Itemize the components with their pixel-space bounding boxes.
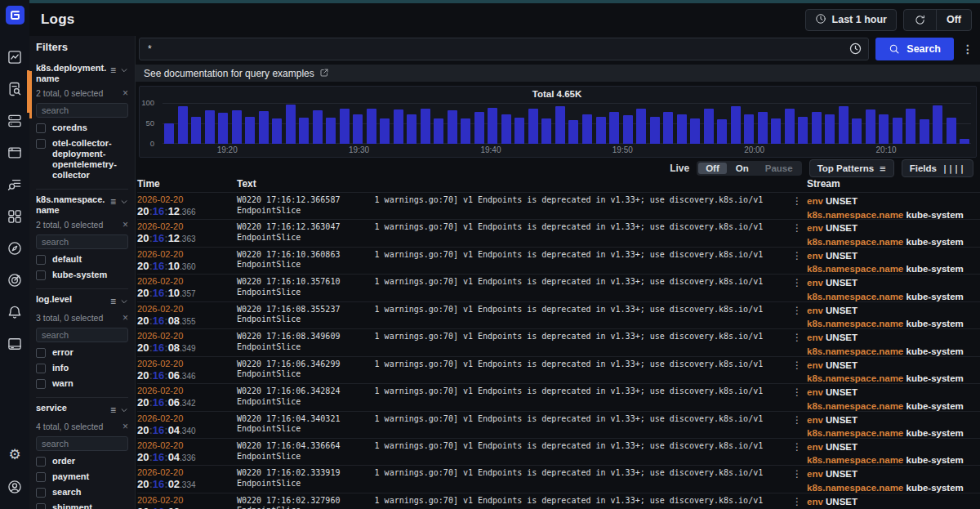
filter-option-label: order <box>52 456 75 467</box>
filter-search-input[interactable] <box>36 436 128 451</box>
chevron-down-icon[interactable] <box>120 403 128 417</box>
checkbox[interactable] <box>36 348 46 358</box>
filter-option[interactable]: info <box>36 363 128 373</box>
target-icon[interactable] <box>0 264 29 296</box>
filter-option[interactable]: otel-collector-deployment-opentelemetry-… <box>36 138 128 181</box>
row-menu-icon[interactable]: ⋮ <box>787 493 807 509</box>
search-button[interactable]: Search <box>875 38 954 60</box>
filter-option[interactable]: error <box>36 347 128 358</box>
checkbox[interactable] <box>36 270 46 280</box>
filter-menu-icon[interactable]: ≡ <box>110 297 116 306</box>
checkbox[interactable] <box>36 472 46 482</box>
log-row[interactable]: 2026-02-20 20:16:06.346 W0220 17:16:06.3… <box>137 356 980 383</box>
log-row[interactable]: 2026-02-20 20:16:10.360 W0220 17:16:10.3… <box>137 247 980 274</box>
streams-icon[interactable] <box>0 105 29 136</box>
histogram-bar <box>650 117 660 144</box>
apps-grid-icon[interactable] <box>0 200 29 232</box>
filter-menu-icon[interactable]: ≡ <box>110 406 116 414</box>
histogram-bar <box>906 109 915 144</box>
bell-icon[interactable] <box>0 296 29 328</box>
docs-link[interactable]: See documentation for query examples <box>144 68 314 79</box>
row-menu-icon[interactable]: ⋮ <box>787 193 807 219</box>
log-row[interactable]: 2026-02-20 20:16:08.355 W0220 17:16:08.3… <box>137 301 980 328</box>
checkbox[interactable] <box>36 364 46 373</box>
query-history-icon[interactable] <box>849 42 862 59</box>
stream-key: env <box>807 497 823 507</box>
row-menu-icon[interactable]: ⋮ <box>787 220 807 246</box>
checkbox[interactable] <box>36 139 46 149</box>
clear-filter-icon[interactable]: × <box>122 219 128 230</box>
histogram-bar <box>636 109 646 145</box>
checkbox[interactable] <box>36 379 46 389</box>
filter-option[interactable]: order <box>36 456 128 467</box>
row-menu-icon[interactable]: ⋮ <box>787 275 807 301</box>
app-logo[interactable] <box>6 6 24 25</box>
log-row[interactable]: 2026-02-20 20:16:12.366 W0220 17:16:12.3… <box>137 192 980 219</box>
histogram-bar <box>771 118 781 144</box>
filter-search-input[interactable] <box>36 328 128 342</box>
filter-option[interactable]: default <box>36 254 128 265</box>
filter-search-input[interactable] <box>36 103 128 118</box>
stream-value: UNSET <box>826 306 858 315</box>
more-options-icon[interactable]: ⋮ <box>960 42 975 56</box>
query-input[interactable] <box>139 38 869 60</box>
fields-button[interactable]: Fields |||| <box>902 159 973 177</box>
y-axis-tick: 0 <box>150 139 154 148</box>
checkbox[interactable] <box>36 457 46 467</box>
filter-option[interactable]: coredns <box>36 123 128 133</box>
log-row[interactable]: 2026-02-20 20:16:12.363 W0220 17:16:12.3… <box>137 219 980 246</box>
log-row[interactable]: 2026-02-20 20:16:02.334 W0220 17:16:02.3… <box>137 465 980 492</box>
traces-icon[interactable] <box>0 168 29 200</box>
logs-search-icon[interactable] <box>0 73 29 105</box>
reports-icon[interactable] <box>0 328 29 359</box>
clear-filter-icon[interactable]: × <box>122 312 128 324</box>
top-patterns-button[interactable]: Top Patterns ≡ <box>809 159 894 177</box>
log-row[interactable]: 2026-02-20 20:16:02.328 W0220 17:16:02.3… <box>137 493 980 509</box>
chevron-down-icon[interactable] <box>120 194 128 209</box>
checkbox[interactable] <box>36 488 46 498</box>
auto-refresh-button[interactable]: Off <box>937 10 971 30</box>
row-menu-icon[interactable]: ⋮ <box>787 412 807 438</box>
row-menu-icon[interactable]: ⋮ <box>787 439 807 465</box>
log-row[interactable]: 2026-02-20 20:16:04.336 W0220 17:16:04.3… <box>137 438 980 465</box>
live-option-off[interactable]: Off <box>698 163 727 174</box>
log-text: W0220 17:16:02.333919 1 warnings.go:70] … <box>237 466 787 492</box>
row-menu-icon[interactable]: ⋮ <box>787 466 807 492</box>
filter-option[interactable]: warn <box>36 378 128 389</box>
filter-menu-icon[interactable]: ≡ <box>110 198 116 206</box>
filter-option[interactable]: kube-system <box>36 270 128 280</box>
filter-option[interactable]: search <box>36 487 128 498</box>
live-option-pause[interactable]: Pause <box>758 163 800 174</box>
stream-key: k8s.namespace.name <box>807 237 903 247</box>
row-menu-icon[interactable]: ⋮ <box>787 329 807 355</box>
filter-menu-icon[interactable]: ≡ <box>110 66 116 74</box>
checkbox[interactable] <box>36 123 46 133</box>
chevron-down-icon[interactable] <box>120 294 128 309</box>
row-menu-icon[interactable]: ⋮ <box>787 357 807 383</box>
checkbox[interactable] <box>36 503 46 509</box>
checkbox[interactable] <box>36 255 46 265</box>
dashboard-icon[interactable] <box>0 136 29 168</box>
filter-search-input[interactable] <box>36 234 128 249</box>
active-nav-indicator <box>27 70 29 113</box>
log-row[interactable]: 2026-02-20 20:16:10.357 W0220 17:16:10.3… <box>137 274 980 301</box>
log-row[interactable]: 2026-02-20 20:16:06.342 W0220 17:16:06.3… <box>137 383 980 410</box>
clear-filter-icon[interactable]: × <box>122 87 128 99</box>
filter-option[interactable]: payment <box>36 471 128 482</box>
account-icon[interactable] <box>0 471 29 502</box>
clear-filter-icon[interactable]: × <box>122 421 128 432</box>
refresh-icon[interactable] <box>904 10 936 30</box>
filter-option[interactable]: shipment <box>36 502 128 509</box>
chevron-down-icon[interactable] <box>120 63 128 78</box>
log-row[interactable]: 2026-02-20 20:16:08.349 W0220 17:16:08.3… <box>137 328 980 355</box>
log-row[interactable]: 2026-02-20 20:16:04.340 W0220 17:16:04.3… <box>137 411 980 438</box>
time-range-button[interactable]: Last 1 hour <box>805 9 897 31</box>
metrics-chart-icon[interactable] <box>0 41 29 73</box>
row-menu-icon[interactable]: ⋮ <box>787 248 807 274</box>
stream-key: env <box>807 333 823 342</box>
row-menu-icon[interactable]: ⋮ <box>787 302 807 328</box>
compass-icon[interactable] <box>0 232 29 264</box>
row-menu-icon[interactable]: ⋮ <box>787 384 807 410</box>
settings-gear-icon[interactable]: ⚙ <box>0 439 29 471</box>
live-option-on[interactable]: On <box>728 163 756 174</box>
